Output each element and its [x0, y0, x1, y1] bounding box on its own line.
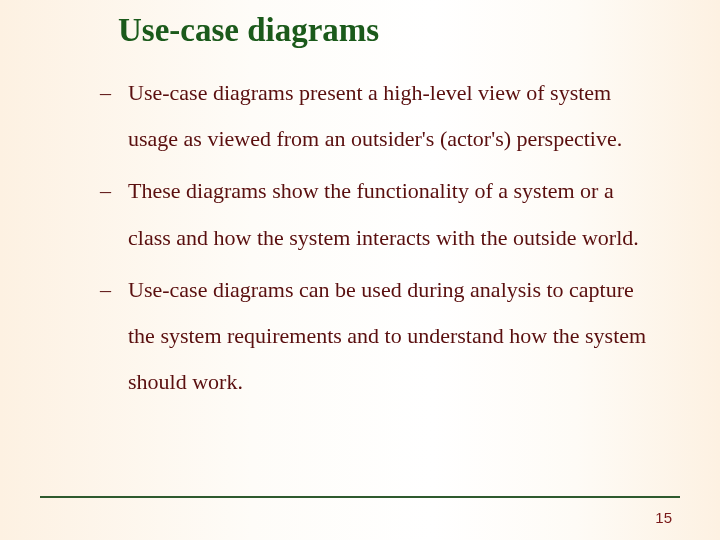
list-item: – Use-case diagrams present a high-level…	[100, 70, 660, 162]
bullet-text: These diagrams show the functionality of…	[128, 168, 660, 260]
divider	[40, 496, 680, 498]
bullet-dash-icon: –	[100, 168, 128, 260]
bullet-text: Use-case diagrams present a high-level v…	[128, 70, 660, 162]
slide-body: – Use-case diagrams present a high-level…	[100, 70, 660, 411]
page-number: 15	[655, 509, 672, 526]
bullet-dash-icon: –	[100, 70, 128, 162]
bullet-dash-icon: –	[100, 267, 128, 406]
slide-title: Use-case diagrams	[118, 12, 379, 49]
list-item: – These diagrams show the functionality …	[100, 168, 660, 260]
slide: Use-case diagrams – Use-case diagrams pr…	[0, 0, 720, 540]
bullet-text: Use-case diagrams can be used during ana…	[128, 267, 660, 406]
list-item: – Use-case diagrams can be used during a…	[100, 267, 660, 406]
